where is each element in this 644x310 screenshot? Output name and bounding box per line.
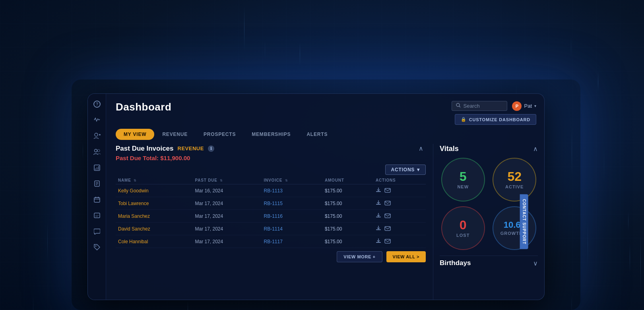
sidebar-item-users[interactable] [90, 145, 104, 159]
lock-icon: 🔒 [461, 117, 467, 122]
cell-name: Kelly Goodwin [116, 184, 192, 197]
view-all-button[interactable]: VIEW ALL > [386, 251, 426, 262]
vital-active-wrapper: 52 ACTIVE [491, 158, 538, 202]
vitals-collapse-icon[interactable]: ∧ [533, 145, 538, 153]
invoice-table: NAME ⇅ PAST DUE ⇅ INVOICE ⇅ AMOUNT ACTIO… [116, 176, 426, 248]
email-icon[interactable] [384, 188, 391, 194]
tab-my-view[interactable]: MY VIEW [116, 129, 154, 140]
cell-actions [373, 235, 426, 248]
header-top-row: Search P Pat ▾ [452, 101, 536, 111]
col-name: NAME ⇅ [116, 176, 192, 184]
sidebar-item-logo[interactable]: ? [90, 97, 104, 111]
download-icon[interactable] [376, 225, 381, 232]
cell-actions [373, 184, 426, 197]
sidebar-item-messages[interactable] [90, 224, 104, 238]
page-title: Dashboard [116, 101, 171, 113]
chevron-down-icon: ▾ [534, 104, 536, 108]
cell-invoice: RB-1113 [262, 184, 322, 197]
vital-card-growth: 10.64 GROWTH % [493, 206, 536, 250]
vital-growth-wrapper: 10.64 GROWTH % [491, 206, 538, 250]
sidebar-item-notes[interactable] [90, 176, 104, 191]
info-icon[interactable]: ℹ [208, 145, 214, 152]
avatar: P [512, 101, 522, 111]
sidebar-item-reports[interactable] [90, 161, 104, 175]
sort-arrows-past-due[interactable]: ⇅ [220, 179, 223, 182]
tab-revenue[interactable]: REVENUE [154, 129, 196, 140]
past-due-total: Past Due Total: $11,900.00 [116, 155, 426, 161]
svg-rect-27 [385, 188, 390, 192]
email-icon[interactable] [384, 200, 391, 207]
past-due-label: Past Due Total: [116, 155, 159, 161]
sidebar-item-tags[interactable] [90, 240, 104, 254]
customize-button-label: CUSTOMIZE DASHBOARD [469, 117, 530, 122]
cell-amount: $175.00 [322, 223, 373, 235]
sidebar-item-calendar[interactable] [90, 192, 104, 207]
invoice-link[interactable]: RB-1117 [264, 239, 283, 244]
user-badge[interactable]: P Pat ▾ [512, 101, 536, 111]
invoice-link[interactable]: RB-1116 [264, 213, 283, 219]
vital-lost-wrapper: 0 LOST [440, 206, 487, 250]
sidebar-item-files[interactable] [90, 208, 104, 223]
view-more-button[interactable]: VIEW MORE + [337, 251, 382, 262]
name-link[interactable]: Maria Sanchez [118, 213, 150, 219]
actions-button-label: ACTIONS [391, 167, 415, 172]
email-icon[interactable] [384, 213, 391, 219]
cell-amount: $175.00 [322, 210, 373, 223]
actions-button[interactable]: ACTIONS ▾ [385, 165, 426, 175]
name-link[interactable]: David Sanchez [118, 226, 150, 232]
email-icon[interactable] [384, 238, 391, 245]
tab-prospects[interactable]: PROSPECTS [196, 129, 244, 140]
cell-past-due: Mar 17, 2024 [192, 210, 261, 223]
svg-rect-15 [94, 198, 100, 202]
panel-header: Past Due Invoices REVENUE ℹ ∧ [116, 144, 426, 153]
vital-new-label: NEW [457, 184, 469, 189]
header-right: Search P Pat ▾ 🔒 CUSTOMIZE DASHBOARD [452, 101, 536, 125]
cell-past-due: Mar 16, 2024 [192, 184, 261, 197]
table-row: Tobi Lawrence Mar 17, 2024 RB-1115 $175.… [116, 197, 426, 210]
email-icon[interactable] [384, 226, 391, 232]
search-icon [456, 103, 461, 109]
download-icon[interactable] [376, 238, 381, 245]
tab-alerts[interactable]: ALERTS [299, 129, 336, 140]
vital-active-value: 52 [507, 170, 522, 183]
cell-amount: $175.00 [322, 184, 373, 197]
svg-rect-28 [376, 204, 381, 205]
search-box[interactable]: Search [452, 101, 507, 111]
invoice-link[interactable]: RB-1114 [264, 226, 283, 232]
invoice-link[interactable]: RB-1113 [264, 188, 283, 194]
col-past-due: PAST DUE ⇅ [192, 176, 261, 184]
contact-support-button[interactable]: CONTACT SUPPORT [520, 194, 528, 249]
customize-dashboard-button[interactable]: 🔒 CUSTOMIZE DASHBOARD [455, 114, 536, 125]
app-window: ? Dashboard [87, 93, 545, 300]
svg-point-23 [95, 246, 96, 247]
col-amount: AMOUNT [322, 176, 373, 184]
vital-card-new: 5 NEW [441, 158, 485, 202]
sort-arrows-name[interactable]: ⇅ [134, 179, 137, 182]
svg-rect-30 [376, 217, 381, 217]
birthdays-expand-icon[interactable]: ∨ [533, 260, 538, 267]
body-split: Past Due Invoices REVENUE ℹ ∧ Past Due T… [106, 144, 544, 300]
bottom-buttons: VIEW MORE + VIEW ALL > [116, 251, 426, 262]
invoice-link[interactable]: RB-1115 [264, 201, 283, 206]
sort-arrows-invoice[interactable]: ⇅ [285, 179, 288, 182]
name-link[interactable]: Kelly Goodwin [118, 188, 149, 194]
svg-rect-29 [385, 201, 390, 205]
tab-memberships[interactable]: MEMBERSHIPS [244, 129, 299, 140]
vitals-header: Vitals ∧ [440, 144, 538, 153]
vital-new-wrapper: 5 NEW [440, 158, 487, 202]
cell-invoice: RB-1115 [262, 197, 322, 210]
download-icon[interactable] [376, 200, 381, 207]
cell-name: Cole Hannibal [116, 235, 192, 248]
sidebar-item-add-user[interactable] [90, 129, 104, 143]
search-text: Search [463, 103, 479, 109]
download-icon[interactable] [376, 213, 381, 219]
collapse-button[interactable]: ∧ [416, 144, 426, 153]
name-link[interactable]: Tobi Lawrence [118, 201, 149, 206]
panel-title: Past Due Invoices REVENUE ℹ [116, 145, 214, 153]
vital-lost-value: 0 [460, 219, 467, 231]
name-link[interactable]: Cole Hannibal [118, 239, 148, 244]
table-body: Kelly Goodwin Mar 16, 2024 RB-1113 $175.… [116, 184, 426, 248]
download-icon[interactable] [376, 187, 381, 194]
sidebar-item-activity[interactable] [90, 113, 104, 127]
table-header: NAME ⇅ PAST DUE ⇅ INVOICE ⇅ AMOUNT ACTIO… [116, 176, 426, 184]
